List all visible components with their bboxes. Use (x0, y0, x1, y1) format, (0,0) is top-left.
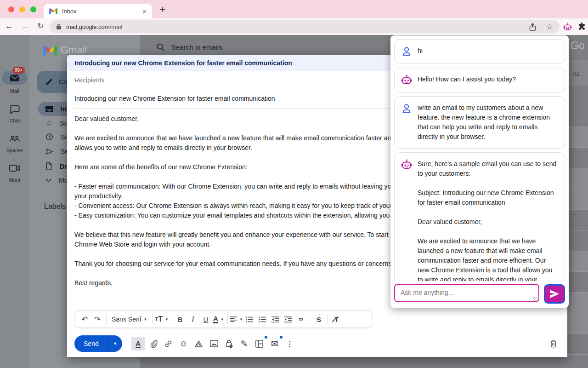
minimize-window-button[interactable] (19, 6, 25, 12)
draft-icon (45, 162, 52, 170)
star-icon: ☆ (45, 118, 52, 128)
font-family-select[interactable]: Sans Serif ▼ (109, 313, 150, 326)
tab-close-icon[interactable]: × (142, 7, 147, 15)
clipped-pagination-text: 02 (573, 70, 580, 77)
divider (328, 314, 328, 324)
indent-less-icon (271, 316, 279, 322)
multi-send-button[interactable]: ✉ (268, 337, 282, 351)
labels-header: Labels (44, 202, 66, 211)
insert-signature-button[interactable]: ✎ (237, 337, 251, 351)
rail-item-meet[interactable] (0, 164, 29, 172)
user-avatar-icon (401, 103, 412, 114)
chat-message-bot: Sure, here's a sample email you can use … (394, 152, 565, 281)
chevron-down-icon (45, 178, 51, 182)
url-text: mail.google.com/mail (66, 23, 122, 30)
assistant-extension-icon[interactable] (561, 20, 574, 33)
bold-button[interactable]: B (174, 313, 187, 326)
link-icon (164, 339, 173, 348)
chat-messages: hi Hello! How can I assist you today? (394, 39, 565, 281)
indent-more-button[interactable] (282, 313, 294, 326)
rail-item-spaces[interactable] (0, 134, 29, 144)
compose-action-row: Send ▼ A ☺ (74, 334, 560, 354)
formatting-a-glyph: A (136, 340, 141, 348)
spaces-label: Spaces (6, 148, 23, 153)
divider (310, 314, 310, 324)
maximize-window-button[interactable] (30, 6, 36, 12)
quote-button[interactable]: ” (294, 315, 307, 328)
lock-icon (56, 23, 62, 30)
clock-icon (45, 133, 53, 141)
envelope-icon: ✉ (271, 339, 278, 349)
formatting-options-button[interactable]: A (131, 337, 145, 351)
new-tab-button[interactable]: + (157, 4, 168, 16)
url-domain: mail.google.com (66, 23, 110, 30)
sent-icon (45, 148, 53, 155)
discard-draft-button[interactable] (546, 337, 560, 351)
layouts-icon (255, 340, 263, 348)
insert-drive-button[interactable] (192, 337, 206, 351)
rail-item-chat[interactable] (0, 105, 29, 114)
gmail-favicon (49, 8, 57, 14)
chevron-down-icon: ▼ (144, 317, 147, 322)
send-options-caret[interactable]: ▼ (108, 341, 122, 346)
bookmark-star-icon[interactable]: ☆ (546, 23, 553, 31)
chat-input-row (394, 281, 565, 304)
underline-button[interactable]: U (199, 313, 212, 326)
confidential-mode-button[interactable] (222, 337, 236, 351)
back-icon[interactable]: ← (4, 22, 15, 31)
search-icon (156, 43, 165, 52)
gmail-left-rail: 99+ Mail Chat Spaces Meet (0, 35, 29, 368)
chat-input[interactable] (394, 284, 539, 302)
divider (171, 314, 171, 324)
spaces-icon (9, 134, 21, 144)
indent-more-icon (284, 316, 292, 322)
browser-toolbar: ← → ↻ mail.google.com/mail ☆ (0, 18, 588, 35)
bulleted-list-button[interactable] (256, 313, 269, 326)
message-text: write an email to my customers about a n… (418, 103, 558, 142)
reload-icon[interactable]: ↻ (35, 22, 46, 30)
close-window-button[interactable] (8, 6, 14, 12)
chat-send-button[interactable] (544, 284, 565, 304)
insert-emoji-button[interactable]: ☺ (177, 337, 191, 351)
clipped-google-logo: Go (571, 40, 585, 52)
indent-less-button[interactable] (269, 313, 282, 326)
italic-button[interactable]: I (187, 313, 199, 326)
insert-photo-button[interactable] (207, 337, 221, 351)
chat-icon (10, 105, 20, 114)
formatting-toolbar: ↶ ↷ Sans Serif ▼ TT ▼ B I U A ▼ (75, 310, 372, 328)
rail-label-meet: Meet (0, 175, 29, 184)
robot-icon (563, 23, 572, 31)
insert-link-button[interactable] (162, 337, 175, 351)
meet-icon (9, 164, 20, 172)
strikethrough-button[interactable]: S (312, 313, 325, 326)
send-plane-icon (549, 289, 560, 299)
share-icon[interactable] (529, 23, 536, 31)
send-label[interactable]: Send (74, 340, 108, 347)
address-bar[interactable]: mail.google.com/mail ☆ (50, 20, 560, 33)
align-icon (230, 316, 237, 322)
search-bar[interactable]: Search in emails (156, 43, 222, 52)
undo-icon[interactable]: ↶ (78, 313, 91, 326)
user-avatar-icon (401, 46, 412, 57)
more-options-button[interactable]: ⋮ (283, 337, 297, 351)
font-size-button[interactable]: TT ▼ (155, 313, 169, 326)
tab-title: Inbox (62, 8, 142, 15)
numbered-list-button[interactable] (243, 313, 256, 326)
remove-formatting-button[interactable]: T (330, 313, 343, 326)
browser-tab[interactable]: Inbox × (44, 4, 152, 18)
chat-message-user: hi (394, 39, 565, 64)
divider (227, 314, 228, 324)
redo-icon[interactable]: ↷ (91, 313, 104, 326)
send-button[interactable]: Send ▼ (74, 335, 122, 352)
lock-clock-icon (226, 339, 233, 348)
align-button[interactable]: ▼ (230, 313, 243, 326)
layouts-button[interactable] (253, 337, 266, 351)
notification-dot (265, 336, 267, 339)
divider (153, 314, 153, 324)
attach-file-button[interactable] (147, 337, 160, 351)
message-text: Hello! How can I assist you today? (418, 75, 516, 84)
text-color-glyph: A (213, 316, 218, 323)
text-color-button[interactable]: A ▼ (212, 313, 225, 326)
drive-icon (194, 340, 203, 348)
extensions-puzzle-icon[interactable] (577, 22, 586, 31)
